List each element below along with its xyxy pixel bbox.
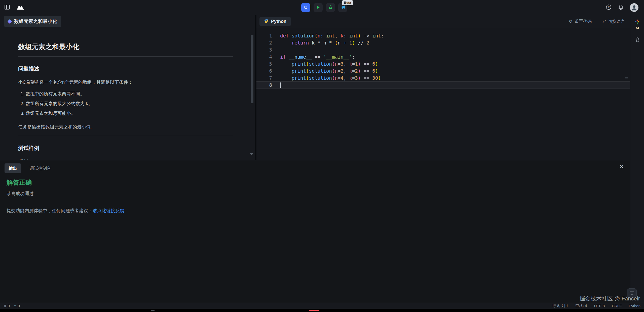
stop-button[interactable] — [301, 3, 310, 12]
top-bar-right: ? — [605, 0, 638, 15]
toggle-sidebar-button[interactable] — [4, 4, 10, 11]
bottom-strip — [0, 309, 644, 312]
notifications-button[interactable] — [618, 4, 624, 11]
problem-title-bar: 数组元素之和最小化 — [0, 15, 255, 28]
logo-icon — [16, 4, 24, 11]
bell-icon — [618, 4, 624, 11]
switch-language-label: 切换语言 — [608, 19, 625, 24]
paper-plane-icon — [340, 5, 345, 10]
avatar[interactable] — [630, 3, 638, 12]
warning-icon: ⚠ — [13, 304, 17, 308]
divider — [18, 56, 233, 57]
encoding-setting[interactable]: UTF-8 — [594, 304, 605, 308]
python-icon — [264, 18, 269, 24]
beta-badge: Beta — [342, 0, 353, 5]
tab-output[interactable]: 输出 — [5, 163, 21, 173]
ai-label: AI — [636, 26, 639, 30]
ai-sparkle-icon — [634, 19, 640, 26]
test-button[interactable] — [326, 3, 335, 12]
code-line[interactable]: 6 print(solution(n=2, k=2) == 6) — [256, 67, 630, 74]
run-button[interactable] — [314, 3, 323, 12]
status-bar: ⊗ 0 ⚠ 0 行 8, 列 1 空格: 4 UTF-8 CRLF Python — [0, 303, 644, 309]
result-subtitle: 恭喜成功通过 — [7, 191, 630, 197]
reset-code-label: 重置代码 — [575, 19, 592, 24]
section-heading-samples: 测试样例 — [18, 145, 233, 152]
problem-scrollbar-thumb[interactable] — [251, 35, 253, 103]
tab-debug-console[interactable]: 调试控制台 — [28, 165, 53, 171]
status-bar-right: 行 8, 列 1 空格: 4 UTF-8 CRLF Python — [552, 303, 640, 308]
status-bar-left: ⊗ 0 ⚠ 0 — [4, 304, 20, 308]
svg-text:?: ? — [608, 6, 610, 9]
submit-button[interactable]: Beta — [338, 3, 347, 12]
indent-setting[interactable]: 空格: 4 — [575, 303, 587, 308]
tab-python-label: Python — [271, 19, 286, 24]
run-controls: Beta — [301, 3, 347, 12]
cursor-position[interactable]: 行 8, 列 1 — [552, 303, 568, 308]
feedback-link[interactable]: 请点此链接反馈 — [93, 208, 124, 213]
play-icon — [316, 5, 320, 10]
code-line[interactable]: 8 — [256, 81, 630, 88]
app-root: Beta ? 数组元素 — [0, 0, 644, 312]
output-tab-bar: 输出 调试控制台 — [0, 160, 630, 173]
problem-content: 数组元素之和最小化 问题描述 小C希望构造一个包含n个元素的数组，且满足以下条件… — [0, 28, 255, 160]
language-mode[interactable]: Python — [629, 304, 640, 308]
output-panel: 输出 调试控制台 × 解答正确 恭喜成功通过 提交功能内测体验中，任何问题或者建… — [0, 160, 630, 303]
divider — [18, 136, 233, 136]
problem-tab[interactable]: 数组元素之和最小化 — [4, 16, 61, 27]
switch-language-button[interactable]: ⇄ 切换语言 — [601, 18, 627, 25]
output-content: 解答正确 恭喜成功通过 提交功能内测体验中，任何问题或者建议：请点此链接反馈 — [0, 173, 630, 214]
problem-tab-label: 数组元素之和最小化 — [14, 18, 57, 25]
tab-python[interactable]: Python — [259, 17, 291, 26]
list-item: 数组中的所有元素两两不同。 — [26, 91, 233, 98]
ai-assistant-button[interactable]: AI — [633, 19, 642, 30]
code-line[interactable]: 3 — [256, 46, 630, 53]
reset-code-button[interactable]: ↻ 重置代码 — [567, 18, 593, 25]
problem-panel: 数组元素之和最小化 数组元素之和最小化 问题描述 小C希望构造一个包含n个元素的… — [0, 15, 255, 160]
result-status: 解答正确 — [7, 178, 630, 187]
warnings-indicator[interactable]: ⚠ 0 — [13, 304, 20, 308]
close-icon: × — [620, 163, 624, 170]
condition-list: 数组中的所有元素两两不同。 数组所有元素的最大公约数为 k。 数组元素之和尽可能… — [18, 91, 233, 117]
code-line[interactable]: 5 print(solution(n=3, k=1) == 6) — [256, 60, 630, 67]
list-item: 数组所有元素的最大公约数为 k。 — [26, 100, 233, 107]
switch-icon: ⇄ — [602, 19, 606, 24]
close-panel-button[interactable]: × — [618, 163, 625, 170]
errors-count: 0 — [8, 304, 10, 308]
top-bar: Beta ? — [0, 0, 644, 15]
warnings-count: 0 — [18, 304, 20, 308]
stop-icon — [304, 5, 308, 10]
error-icon: ⊗ — [4, 304, 7, 308]
app-logo[interactable] — [16, 4, 24, 11]
code-line[interactable]: 4if __name__ == '__main__': — [256, 53, 630, 60]
editor-panel: Python ↻ 重置代码 ⇄ 切换语言 1def solution(n: in… — [256, 15, 630, 160]
help-icon: ? — [605, 4, 612, 11]
editor-tab-bar: Python ↻ 重置代码 ⇄ 切换语言 — [256, 15, 630, 28]
sidebar-toggle-icon — [4, 4, 10, 11]
help-button[interactable]: ? — [605, 4, 612, 11]
problem-gem-icon — [7, 19, 12, 24]
code-editor[interactable]: 1def solution(n: int, k: int) -> int:2 r… — [256, 28, 630, 160]
medal-icon — [634, 37, 640, 43]
overview-ruler-mark — [625, 77, 628, 78]
feedback-line: 提交功能内测体验中，任何问题或者建议：请点此链接反馈 — [7, 208, 630, 214]
strip-red-marker — [309, 310, 319, 311]
workspace-upper: 数组元素之和最小化 数组元素之和最小化 问题描述 小C希望构造一个包含n个元素的… — [0, 15, 630, 160]
code-line[interactable]: 2 return k * n * (n + 1) // 2 — [256, 39, 630, 46]
editor-actions: ↻ 重置代码 ⇄ 切换语言 — [567, 15, 627, 28]
code-line[interactable]: 7 print(solution(n=4, k=3) == 30) — [256, 74, 630, 81]
problem-task: 任务是输出该数组元素之和的最小值。 — [18, 123, 233, 131]
eol-setting[interactable]: CRLF — [612, 304, 622, 308]
test-flask-icon — [328, 5, 333, 10]
feedback-text: 提交功能内测体验中，任何问题或者建议： — [7, 208, 93, 213]
reset-icon: ↻ — [569, 19, 573, 24]
scrollbar-down-arrow-icon[interactable] — [250, 153, 253, 155]
achievement-button[interactable] — [634, 37, 640, 43]
list-item: 数组元素之和尽可能小。 — [26, 110, 233, 117]
problem-intro: 小C希望构造一个包含n个元素的数组，且满足以下条件： — [18, 79, 233, 86]
errors-indicator[interactable]: ⊗ 0 — [4, 304, 10, 308]
strip-tick — [151, 310, 155, 311]
section-heading-description: 问题描述 — [18, 65, 233, 72]
code-lines: 1def solution(n: int, k: int) -> int:2 r… — [256, 32, 630, 88]
problem-heading: 数组元素之和最小化 — [18, 42, 233, 51]
code-line[interactable]: 1def solution(n: int, k: int) -> int: — [256, 32, 630, 39]
